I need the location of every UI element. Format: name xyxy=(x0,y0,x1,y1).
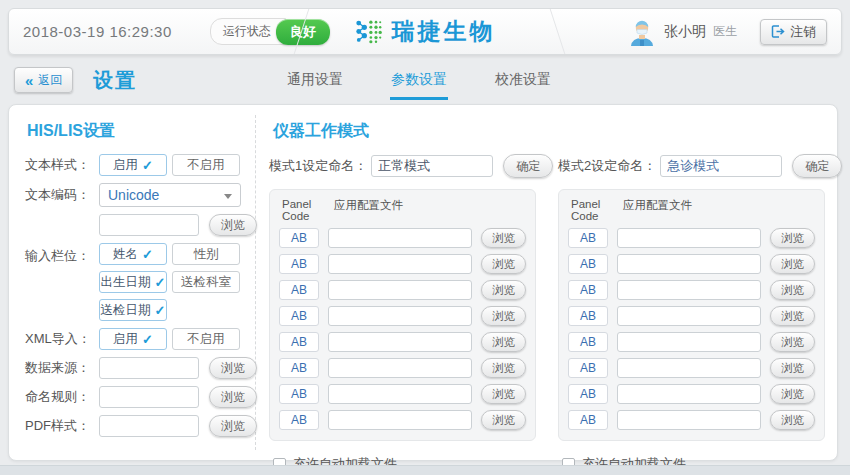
config-file-input[interactable] xyxy=(328,410,472,430)
config-file-input[interactable] xyxy=(617,358,761,378)
panel-code-box[interactable]: AB xyxy=(568,228,608,248)
top-header: 2018-03-19 16:29:30 运行状态 良好 瑞捷 xyxy=(8,8,842,55)
encoding-browse-button[interactable]: 浏览 xyxy=(209,214,257,236)
config-browse-button[interactable]: 浏览 xyxy=(481,358,526,378)
config-browse-button[interactable]: 浏览 xyxy=(481,254,526,274)
encoding-file-input[interactable] xyxy=(99,214,199,236)
panel-code-box[interactable]: AB xyxy=(279,254,319,274)
panel-code-box[interactable]: AB xyxy=(568,280,608,300)
data-source-row: 数据来源： 浏览 xyxy=(25,357,249,379)
mode1-confirm-button[interactable]: 确定 xyxy=(503,154,553,178)
config-file-header: 应用配置文件 xyxy=(623,198,692,222)
panel-code-header: Panel Code xyxy=(571,198,623,222)
config-file-input[interactable] xyxy=(617,384,761,404)
config-browse-button[interactable]: 浏览 xyxy=(770,358,815,378)
config-file-input[interactable] xyxy=(617,254,761,274)
xml-enable-button[interactable]: 启用 ✓ xyxy=(99,328,167,350)
config-file-input[interactable] xyxy=(617,228,761,248)
settings-tabs: 通用设置 参数设置 校准设置 xyxy=(286,71,552,100)
tab-general-settings[interactable]: 通用设置 xyxy=(286,71,344,100)
config-file-input[interactable] xyxy=(617,306,761,326)
config-file-input[interactable] xyxy=(328,306,472,326)
config-browse-button[interactable]: 浏览 xyxy=(770,228,815,248)
config-row: AB 浏览 xyxy=(279,306,526,326)
naming-rule-browse-button[interactable]: 浏览 xyxy=(209,386,257,408)
config-browse-button[interactable]: 浏览 xyxy=(481,410,526,430)
config-file-input[interactable] xyxy=(617,280,761,300)
config-browse-button[interactable]: 浏览 xyxy=(770,254,815,274)
text-style-row: 文本样式： 启用 ✓ 不启用 xyxy=(25,154,249,176)
config-file-input[interactable] xyxy=(328,254,472,274)
field-gender-button[interactable]: 性别 xyxy=(172,243,240,265)
config-browse-button[interactable]: 浏览 xyxy=(481,280,526,300)
config-browse-button[interactable]: 浏览 xyxy=(770,280,815,300)
logout-label: 注销 xyxy=(790,23,816,41)
naming-rule-input[interactable] xyxy=(99,386,199,408)
text-style-label: 文本样式： xyxy=(25,156,99,174)
panel-code-box[interactable]: AB xyxy=(279,332,319,352)
mode1-name-input[interactable] xyxy=(371,155,493,177)
text-style-enable-button[interactable]: 启用 ✓ xyxy=(99,154,167,176)
config-file-input[interactable] xyxy=(617,410,761,430)
user-name: 张小明 xyxy=(664,23,706,41)
xml-disable-button[interactable]: 不启用 xyxy=(172,328,240,350)
panel-code-box[interactable]: AB xyxy=(279,384,319,404)
config-browse-button[interactable]: 浏览 xyxy=(481,384,526,404)
text-encoding-select[interactable]: Unicode xyxy=(99,183,241,207)
config-row: AB 浏览 xyxy=(568,306,815,326)
panel-code-box[interactable]: AB xyxy=(279,358,319,378)
panel-code-box[interactable]: AB xyxy=(279,410,319,430)
field-testdate-button[interactable]: 送检日期 ✓ xyxy=(99,299,167,321)
config-browse-button[interactable]: 浏览 xyxy=(770,332,815,352)
text-style-disable-button[interactable]: 不启用 xyxy=(172,154,240,176)
config-file-input[interactable] xyxy=(328,332,472,352)
config-row: AB 浏览 xyxy=(568,384,815,404)
config-browse-button[interactable]: 浏览 xyxy=(481,228,526,248)
logout-icon xyxy=(771,25,785,38)
panel-code-box[interactable]: AB xyxy=(279,280,319,300)
logout-button[interactable]: 注销 xyxy=(760,19,827,45)
config-browse-button[interactable]: 浏览 xyxy=(770,384,815,404)
config-file-input[interactable] xyxy=(617,332,761,352)
pdf-style-browse-button[interactable]: 浏览 xyxy=(209,415,257,437)
config-browse-button[interactable]: 浏览 xyxy=(770,306,815,326)
panel-code-box[interactable]: AB xyxy=(568,358,608,378)
config-browse-button[interactable]: 浏览 xyxy=(481,332,526,352)
text-encoding-label: 文本编码： xyxy=(25,186,99,204)
user-area: 张小明 医生 注销 xyxy=(629,18,841,46)
mode2-name-input[interactable] xyxy=(660,155,782,177)
panel-code-box[interactable]: AB xyxy=(568,254,608,274)
panel-code-box[interactable]: AB xyxy=(568,332,608,352)
config-file-input[interactable] xyxy=(328,280,472,300)
xml-import-row: XML导入： 启用 ✓ 不启用 xyxy=(25,328,249,350)
panel-code-box[interactable]: AB xyxy=(279,228,319,248)
back-button[interactable]: « 返回 xyxy=(14,67,73,93)
tab-calibration-settings[interactable]: 校准设置 xyxy=(494,71,552,100)
config-browse-button[interactable]: 浏览 xyxy=(481,306,526,326)
panel-code-box[interactable]: AB xyxy=(279,306,319,326)
field-birthdate-button[interactable]: 出生日期 ✓ xyxy=(99,271,167,293)
tab-parameter-settings[interactable]: 参数设置 xyxy=(390,71,448,100)
text-encoding-value: Unicode xyxy=(108,187,159,203)
panel-code-box[interactable]: AB xyxy=(568,306,608,326)
enable-label: 启用 xyxy=(113,157,138,174)
config-file-input[interactable] xyxy=(328,228,472,248)
panel-code-box[interactable]: AB xyxy=(568,410,608,430)
config-file-input[interactable] xyxy=(328,384,472,404)
field-department-button[interactable]: 送检科室 xyxy=(172,271,240,293)
config-file-input[interactable] xyxy=(328,358,472,378)
config-file-header: 应用配置文件 xyxy=(334,198,403,222)
data-source-browse-button[interactable]: 浏览 xyxy=(209,357,257,379)
config-row: AB 浏览 xyxy=(279,332,526,352)
disable-label: 不启用 xyxy=(187,331,225,348)
settings-content-panel: HIS/LIS设置 文本样式： 启用 ✓ 不启用 文本编码： Unicode 浏… xyxy=(8,104,838,461)
check-icon: ✓ xyxy=(155,275,166,290)
mode2-confirm-button[interactable]: 确定 xyxy=(792,154,842,178)
config-row: AB 浏览 xyxy=(279,384,526,404)
panel-code-box[interactable]: AB xyxy=(568,384,608,404)
data-source-input[interactable] xyxy=(99,357,199,379)
config-browse-button[interactable]: 浏览 xyxy=(770,410,815,430)
pdf-style-input[interactable] xyxy=(99,415,199,437)
config-row: AB 浏览 xyxy=(568,280,815,300)
field-name-button[interactable]: 姓名 ✓ xyxy=(99,243,167,265)
